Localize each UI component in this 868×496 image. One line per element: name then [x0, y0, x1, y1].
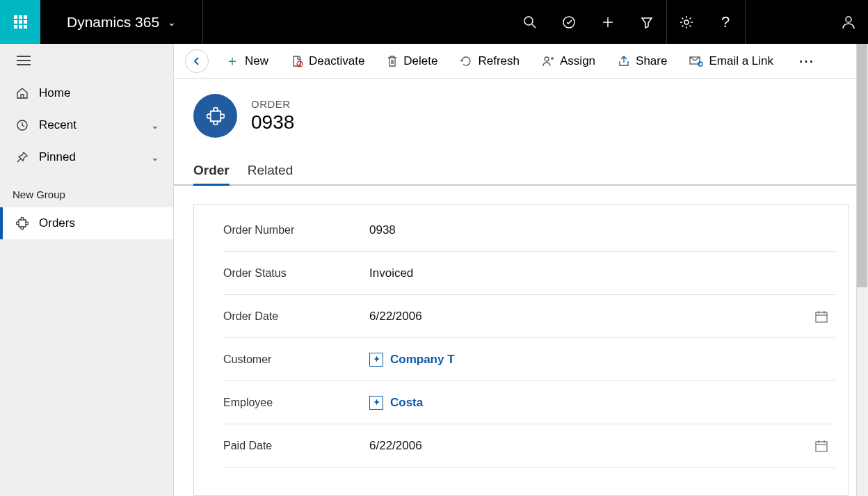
- filter-icon[interactable]: [627, 0, 666, 44]
- lookup-text: Company T: [390, 353, 455, 367]
- field-employee: Employee ✦ Costa: [223, 381, 835, 424]
- svg-point-5: [684, 20, 689, 24]
- field-label: Employee: [223, 397, 369, 409]
- email-icon: [689, 56, 703, 67]
- lookup-icon: ✦: [369, 396, 383, 410]
- sidebar: Home Recent ⌄ Pinned ⌄ New Group Orders: [0, 44, 174, 496]
- tab-related[interactable]: Related: [248, 163, 294, 184]
- home-icon: [15, 87, 29, 99]
- field-value-lookup[interactable]: ✦ Costa: [369, 396, 835, 410]
- field-paid-date: Paid Date 6/22/2006: [223, 424, 835, 467]
- field-label: Order Status: [223, 267, 369, 280]
- new-button[interactable]: ＋ New: [216, 44, 278, 79]
- field-order-number: Order Number 0938: [223, 209, 835, 252]
- svg-point-0: [524, 17, 533, 25]
- settings-icon[interactable]: [667, 0, 706, 44]
- trash-icon: [387, 55, 398, 67]
- chevron-down-icon: ⌄: [151, 152, 159, 163]
- sidebar-item-home[interactable]: Home: [0, 77, 173, 109]
- command-label: Assign: [560, 54, 595, 68]
- add-icon[interactable]: [588, 0, 627, 44]
- command-label: Share: [636, 54, 667, 68]
- command-label: Refresh: [478, 54, 520, 68]
- sidebar-item-label: Pinned: [39, 150, 76, 164]
- record-title-block: ORDER 0938: [251, 98, 294, 134]
- command-label: Delete: [403, 54, 437, 68]
- sidebar-item-label: Recent: [39, 118, 77, 132]
- user-avatar-icon[interactable]: [829, 0, 868, 44]
- field-label: Order Date: [223, 310, 369, 323]
- field-label: Customer: [223, 353, 369, 366]
- record-header: ORDER 0938: [174, 79, 868, 138]
- record-entity-badge: [193, 94, 237, 138]
- more-commands-button[interactable]: ⋯: [786, 52, 828, 70]
- field-value[interactable]: 0938: [369, 223, 835, 237]
- assign-button[interactable]: Assign: [532, 44, 605, 79]
- email-link-button[interactable]: Email a Link: [680, 44, 783, 79]
- delete-button[interactable]: Delete: [377, 44, 447, 79]
- lookup-text: Costa: [390, 396, 423, 410]
- plus-icon: ＋: [225, 51, 239, 70]
- svg-point-6: [846, 17, 851, 22]
- command-label: Email a Link: [709, 54, 773, 68]
- sidebar-item-recent[interactable]: Recent ⌄: [0, 109, 173, 141]
- puzzle-icon: [15, 217, 29, 230]
- hamburger-menu-button[interactable]: [0, 44, 173, 77]
- tab-order[interactable]: Order: [193, 163, 230, 186]
- chevron-down-icon: ⌄: [151, 120, 159, 131]
- clock-icon: [15, 119, 29, 131]
- help-icon[interactable]: ?: [706, 0, 745, 44]
- waffle-icon: [14, 15, 27, 29]
- assign-icon: [542, 55, 554, 67]
- back-button[interactable]: [185, 49, 209, 73]
- share-icon: [618, 55, 630, 67]
- refresh-button[interactable]: Refresh: [450, 44, 529, 79]
- scrollbar-thumb[interactable]: [857, 44, 867, 287]
- sidebar-item-orders[interactable]: Orders: [0, 207, 173, 239]
- field-value[interactable]: 6/22/2006: [369, 439, 814, 453]
- svg-rect-20: [816, 442, 827, 451]
- share-button[interactable]: Share: [608, 44, 677, 79]
- command-label: New: [245, 54, 268, 68]
- record-tabs: Order Related: [174, 138, 868, 186]
- global-header: Dynamics 365 ⌄ ?: [0, 0, 868, 44]
- app-launcher-button[interactable]: [0, 0, 40, 44]
- search-icon[interactable]: [511, 0, 549, 44]
- field-order-status: Order Status Invoiced: [223, 252, 835, 295]
- svg-rect-16: [816, 312, 827, 322]
- field-label: Order Number: [223, 224, 369, 237]
- command-label: Deactivate: [309, 54, 364, 68]
- chevron-down-icon: ⌄: [168, 17, 176, 28]
- command-bar: ＋ New Deactivate Delete Refresh: [174, 44, 868, 79]
- record-title: 0938: [251, 111, 294, 134]
- field-order-date: Order Date 6/22/2006: [223, 295, 835, 338]
- calendar-icon[interactable]: [814, 439, 828, 453]
- task-icon[interactable]: [549, 0, 588, 44]
- svg-line-1: [532, 24, 536, 28]
- sidebar-group-label: New Group: [0, 173, 173, 207]
- record-entity-label: ORDER: [251, 98, 294, 110]
- sidebar-item-label: Home: [39, 86, 70, 100]
- calendar-icon[interactable]: [814, 310, 828, 323]
- spacer: [746, 0, 829, 44]
- form-card: Order Number 0938 Order Status Invoiced …: [193, 204, 849, 496]
- global-icons: ?: [511, 0, 868, 44]
- brand-name: Dynamics 365: [67, 14, 159, 31]
- field-customer: Customer ✦ Company T: [223, 338, 835, 381]
- refresh-icon: [460, 55, 472, 67]
- field-value-lookup[interactable]: ✦ Company T: [369, 353, 835, 367]
- field-label: Paid Date: [223, 440, 369, 452]
- deactivate-button[interactable]: Deactivate: [281, 44, 374, 79]
- lookup-icon: ✦: [369, 353, 383, 367]
- field-value[interactable]: Invoiced: [369, 266, 835, 280]
- sidebar-item-pinned[interactable]: Pinned ⌄: [0, 141, 173, 173]
- pin-icon: [15, 151, 29, 163]
- field-value[interactable]: 6/22/2006: [369, 310, 814, 323]
- sidebar-item-label: Orders: [39, 216, 75, 230]
- brand-switcher[interactable]: Dynamics 365 ⌄: [40, 0, 203, 44]
- svg-line-12: [298, 62, 302, 66]
- deactivate-icon: [291, 55, 303, 67]
- main-content: ＋ New Deactivate Delete Refresh: [174, 44, 868, 496]
- scrollbar-track[interactable]: [856, 44, 868, 496]
- svg-point-13: [545, 57, 549, 61]
